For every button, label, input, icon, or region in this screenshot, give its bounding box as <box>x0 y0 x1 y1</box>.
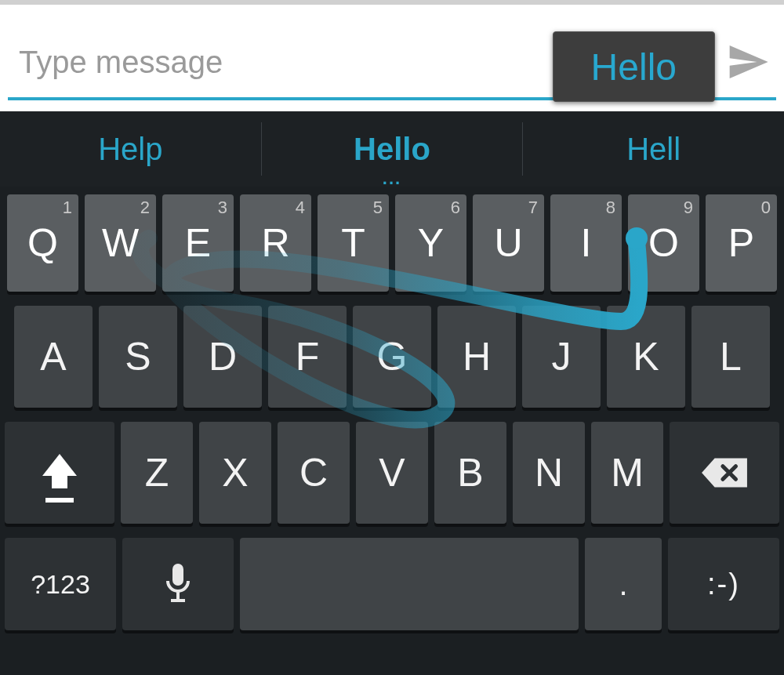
suggestion-left[interactable]: Help <box>0 111 261 187</box>
key-shift[interactable] <box>5 422 114 524</box>
key-h[interactable]: H <box>437 306 516 408</box>
key-row-4: ?123 . :-) <box>5 538 779 630</box>
svg-rect-3 <box>171 599 185 602</box>
suggestion-right[interactable]: Hell <box>523 111 784 187</box>
suggestion-strip: Help Hello ... Hell <box>0 111 784 187</box>
key-q[interactable]: Q1 <box>7 194 78 292</box>
key-e[interactable]: E3 <box>162 194 234 292</box>
key-l[interactable]: L <box>691 306 770 408</box>
key-o[interactable]: O9 <box>628 194 699 292</box>
key-period[interactable]: . <box>585 538 662 630</box>
keyboard: Q1 W2 E3 R4 T5 Y6 U7 I8 O9 P0 A S D F G … <box>0 187 784 641</box>
key-t[interactable]: T5 <box>318 194 389 292</box>
key-row-2: A S D F G H J K L <box>5 306 779 408</box>
key-g[interactable]: G <box>353 306 431 408</box>
key-row-1: Q1 W2 E3 R4 T5 Y6 U7 I8 O9 P0 <box>5 194 779 292</box>
key-a[interactable]: A <box>14 306 93 408</box>
key-u[interactable]: U7 <box>473 194 544 292</box>
send-icon[interactable] <box>720 40 776 89</box>
svg-rect-1 <box>172 564 183 586</box>
key-emoticon[interactable]: :-) <box>668 538 779 630</box>
key-f[interactable]: F <box>268 306 347 408</box>
key-z[interactable]: Z <box>121 422 193 524</box>
key-r[interactable]: R4 <box>240 194 311 292</box>
key-x[interactable]: X <box>199 422 271 524</box>
key-v[interactable]: V <box>356 422 428 524</box>
suggestion-center[interactable]: Hello ... <box>262 111 523 187</box>
suggestion-center-label: Hello <box>354 132 430 167</box>
key-voice-input[interactable] <box>122 538 234 630</box>
key-y[interactable]: Y6 <box>395 194 466 292</box>
key-j[interactable]: J <box>522 306 601 408</box>
message-compose-bar: Type message Hello <box>0 0 784 111</box>
key-i[interactable]: I8 <box>550 194 622 292</box>
key-m[interactable]: M <box>591 422 663 524</box>
backspace-icon <box>700 456 749 489</box>
key-b[interactable]: B <box>434 422 506 524</box>
key-k[interactable]: K <box>607 306 685 408</box>
key-d[interactable]: D <box>183 306 262 408</box>
key-c[interactable]: C <box>278 422 350 524</box>
key-row-3: Z X C V B N M <box>5 422 779 524</box>
key-w[interactable]: W2 <box>85 194 156 292</box>
key-backspace[interactable] <box>670 422 779 524</box>
key-n[interactable]: N <box>513 422 585 524</box>
swipe-prediction-tooltip: Hello <box>553 31 715 102</box>
shift-icon <box>42 454 77 492</box>
microphone-icon <box>162 562 194 606</box>
more-suggestions-indicator: ... <box>383 176 401 182</box>
key-s[interactable]: S <box>99 306 177 408</box>
key-symbols[interactable]: ?123 <box>5 538 116 630</box>
key-p[interactable]: P0 <box>706 194 777 292</box>
key-space[interactable] <box>240 538 579 630</box>
svg-rect-2 <box>176 591 180 599</box>
